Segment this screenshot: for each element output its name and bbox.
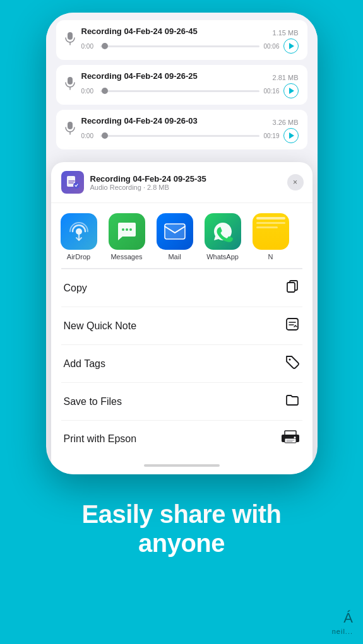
progress-dot-3 (102, 132, 108, 139)
share-sheet-backdrop: Recording 04-Feb-24 09-25-35 Audio Recor… (46, 162, 318, 474)
svg-rect-0 (68, 32, 73, 40)
play-button-3[interactable] (283, 128, 299, 143)
mail-label: Mail (168, 253, 181, 261)
svg-rect-4 (68, 122, 73, 129)
action-save-files-label: Save to Files (64, 396, 122, 407)
app-icon-airdrop[interactable]: AirDrop (57, 213, 100, 261)
action-add-tags[interactable]: Add Tags (61, 345, 302, 383)
share-sheet: Recording 04-Feb-24 09-25-35 Audio Recor… (51, 162, 312, 474)
recording-title-1: Recording 04-Feb-24 09-26-45 (81, 26, 198, 36)
tag-icon (285, 354, 300, 373)
action-add-tags-label: Add Tags (64, 358, 105, 370)
notes-icon (253, 213, 289, 250)
svg-point-14 (129, 228, 132, 231)
action-save-files[interactable]: Save to Files (61, 383, 302, 421)
phone-frame: Recording 04-Feb-24 09-26-45 1.15 MB 0:0… (46, 13, 318, 474)
share-close-button[interactable]: × (287, 174, 304, 190)
epson-icon (281, 430, 300, 447)
marketing-line2: anyone (138, 529, 225, 557)
recording-size-1: 1.15 MB (273, 29, 299, 37)
share-file-subtitle: Audio Recording · 2.8 MB (90, 184, 206, 191)
action-copy-label: Copy (64, 283, 87, 294)
action-copy[interactable]: Copy (61, 269, 302, 307)
play-button-1[interactable] (283, 38, 299, 54)
recording-title-3: Recording 04-Feb-24 09-26-03 (81, 116, 198, 126)
waveform-1: 0:00 00:06 (81, 38, 299, 54)
quick-note-icon (285, 317, 300, 335)
messages-icon (109, 213, 145, 250)
waveform-2: 0:00 00:16 (81, 83, 299, 98)
notes-label: N (268, 253, 273, 261)
app-icon-mail[interactable]: Mail (153, 213, 196, 261)
recording-info-2: Recording 04-Feb-24 09-26-25 2.81 MB 0:0… (81, 71, 299, 98)
share-header: Recording 04-Feb-24 09-25-35 Audio Recor… (51, 162, 312, 203)
watermark: Á neil... (332, 610, 353, 635)
share-file-info: Recording 04-Feb-24 09-25-35 Audio Recor… (90, 174, 206, 191)
svg-rect-2 (68, 77, 73, 85)
whatsapp-icon (205, 213, 241, 250)
mic-icon-2 (65, 76, 75, 93)
action-print-epson[interactable]: Print with Epson (61, 421, 302, 457)
watermark-logo: Á (343, 610, 353, 626)
end-time-3: 00:19 (263, 132, 279, 139)
mic-icon-3 (65, 121, 75, 138)
phone-inner: Recording 04-Feb-24 09-26-45 1.15 MB 0:0… (46, 13, 318, 474)
action-list: Copy New Quick Note (61, 269, 302, 457)
action-quick-note-label: New Quick Note (64, 320, 137, 332)
marketing-section: Easily share with anyone (0, 474, 363, 570)
svg-point-13 (126, 228, 128, 231)
recording-info-1: Recording 04-Feb-24 09-26-45 1.15 MB 0:0… (81, 26, 299, 54)
airdrop-label: AirDrop (67, 253, 90, 261)
svg-point-26 (294, 436, 295, 438)
mail-icon (157, 213, 193, 250)
progress-bar-1[interactable] (100, 45, 260, 47)
phone-container: Recording 04-Feb-24 09-26-45 1.15 MB 0:0… (46, 0, 318, 474)
start-time-2: 0:00 (81, 88, 97, 95)
mic-icon-1 (65, 32, 75, 49)
app-icons-row: AirDrop (51, 203, 312, 268)
home-bar (144, 464, 220, 467)
copy-icon (285, 279, 300, 297)
recording-item-3[interactable]: Recording 04-Feb-24 09-26-03 3.26 MB 0:0… (56, 110, 307, 149)
marketing-title: Easily share with anyone (13, 500, 350, 558)
recording-item-2[interactable]: Recording 04-Feb-24 09-26-25 2.81 MB 0:0… (56, 65, 307, 105)
start-time-3: 0:00 (81, 132, 97, 139)
svg-point-12 (122, 228, 124, 231)
watermark-text: neil... (332, 628, 353, 635)
recordings-area: Recording 04-Feb-24 09-26-45 1.15 MB 0:0… (46, 13, 318, 162)
svg-point-22 (289, 359, 290, 361)
svg-rect-19 (287, 319, 298, 330)
messages-label: Messages (110, 253, 142, 261)
share-file-icon (61, 171, 84, 194)
marketing-line1: Easily share with (81, 500, 281, 528)
progress-dot-2 (102, 88, 108, 94)
progress-bar-2[interactable] (100, 90, 260, 92)
whatsapp-label: WhatsApp (206, 253, 239, 261)
airdrop-icon (61, 213, 97, 250)
action-print-epson-label: Print with Epson (64, 433, 137, 445)
recording-item-1[interactable]: Recording 04-Feb-24 09-26-45 1.15 MB 0:0… (56, 20, 307, 60)
gap (46, 155, 318, 162)
waveform-3: 0:00 00:19 (81, 128, 299, 143)
recording-title-2: Recording 04-Feb-24 09-26-25 (81, 71, 198, 81)
svg-rect-18 (287, 283, 295, 292)
start-time-1: 0:00 (81, 43, 97, 50)
action-quick-note[interactable]: New Quick Note (61, 307, 302, 345)
recording-info-3: Recording 04-Feb-24 09-26-03 3.26 MB 0:0… (81, 116, 299, 143)
share-file-title: Recording 04-Feb-24 09-25-35 (90, 174, 206, 184)
progress-bar-3[interactable] (100, 135, 260, 137)
svg-point-10 (76, 228, 82, 235)
app-icon-whatsapp[interactable]: WhatsApp (201, 213, 244, 261)
app-icon-notes[interactable]: N (249, 213, 292, 261)
app-icon-messages[interactable]: Messages (105, 213, 148, 261)
end-time-2: 00:16 (263, 88, 279, 95)
recording-size-2: 2.81 MB (273, 74, 299, 81)
svg-rect-15 (165, 224, 185, 239)
play-button-2[interactable] (283, 83, 299, 98)
end-time-1: 00:06 (263, 43, 279, 50)
folder-icon (285, 392, 300, 411)
recording-size-3: 3.26 MB (273, 119, 299, 126)
progress-dot-1 (102, 43, 108, 49)
home-indicator (51, 457, 312, 474)
